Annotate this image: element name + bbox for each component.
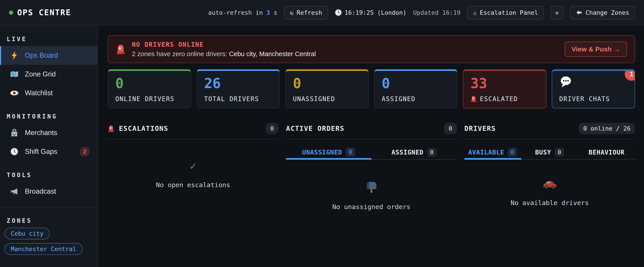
stat-card-unassigned[interactable]: 0 UNASSIGNED: [285, 69, 369, 108]
refresh-button[interactable]: ↻ Refresh: [284, 6, 328, 19]
clock-icon: [10, 148, 18, 156]
sidebar-item-broadcast[interactable]: Broadcast: [0, 182, 98, 201]
header-clock: 16:19:25 (London): [335, 9, 406, 16]
section-title: ACTIVE ORDERS: [286, 125, 344, 132]
alert-zone-names: Cebu city, Manchester Central: [229, 50, 316, 57]
driver-chats-badge: 1: [625, 69, 635, 81]
shift-gaps-badge: 2: [80, 146, 90, 157]
sidebar-item-label: Watchlist: [25, 89, 53, 97]
mailbox-icon: [286, 180, 456, 194]
siren-icon: [108, 125, 114, 133]
zone-pill-manchester-central[interactable]: Manchester Central: [4, 243, 83, 255]
section-label-live: LIVE: [7, 36, 98, 42]
clock-time: 16:19:25 (London): [344, 9, 406, 16]
tab-count: 0: [346, 148, 355, 157]
stat-label: UNASSIGNED: [293, 95, 361, 103]
drivers-empty-state: No available drivers: [464, 180, 635, 207]
checkmark-icon: ✓: [190, 160, 196, 172]
sidebar-item-ops-board[interactable]: Ops Board: [0, 46, 98, 65]
sidebar-item-label: Shift Gaps: [25, 148, 57, 156]
drivers-header: DRIVERS 0 online / 26: [464, 123, 635, 140]
stat-card-total-drivers[interactable]: 26 TOTAL DRIVERS: [196, 69, 280, 108]
stat-label: DRIVER CHATS: [559, 95, 628, 103]
stat-value: 0: [382, 75, 450, 91]
tab-assigned[interactable]: ASSIGNED 0: [372, 145, 457, 160]
brand: OPS CENTRE: [9, 8, 71, 17]
empty-state-text: No open escalations: [108, 181, 278, 189]
drivers-tabs: AVAILABLE 0 BUSY 0 BEHAVIOUR: [464, 145, 635, 160]
active-orders-header: ACTIVE ORDERS 0: [286, 123, 456, 140]
auto-refresh-seconds: 3: [266, 9, 270, 16]
tab-count: 0: [508, 148, 518, 157]
ops-centre-app: OPS CENTRE auto-refresh in 3 s ↻ Refresh…: [0, 0, 644, 267]
escalations-count-badge: 0: [266, 123, 278, 134]
lightning-icon: [10, 51, 18, 60]
updated-text: Updated 16:19: [413, 9, 460, 16]
online-status-dot: [9, 10, 13, 15]
stat-card-escalated[interactable]: 33 ESCALATED: [463, 69, 546, 108]
sidebar-item-merchants[interactable]: Merchants: [0, 123, 98, 142]
tab-count: 0: [555, 148, 564, 157]
section-title: ESCALATIONS: [119, 125, 168, 132]
tab-busy[interactable]: BUSY 0: [521, 145, 578, 160]
board-columns: ESCALATIONS 0 ✓ No open escalations ACTI…: [108, 123, 635, 211]
warning-icon: ⚠: [473, 9, 476, 16]
escalations-empty-state: ✓ No open escalations: [108, 160, 278, 189]
car-icon: [464, 180, 635, 190]
zone-pill-cebu-city[interactable]: Cebu city: [4, 228, 50, 240]
sidebar: LIVE Ops Board Zone Grid Watchlist MO: [0, 25, 98, 267]
asterisk-icon: ✳: [555, 9, 559, 16]
left-arrow-icon: [576, 9, 582, 16]
stat-card-online-drivers[interactable]: 0 ONLINE DRIVERS: [108, 69, 191, 108]
escalations-header: ESCALATIONS 0: [108, 123, 278, 140]
stat-card-driver-chats[interactable]: 1 DRIVER CHATS: [552, 69, 635, 108]
siren-icon: [470, 95, 477, 103]
stat-value: 26: [204, 75, 272, 91]
stat-value: 0: [115, 75, 184, 91]
stat-label: ONLINE DRIVERS: [115, 95, 184, 103]
sidebar-item-zone-grid[interactable]: Zone Grid: [0, 65, 98, 84]
sidebar-item-shift-gaps[interactable]: Shift Gaps 2: [0, 142, 98, 161]
change-zones-button[interactable]: Change Zones: [570, 6, 635, 19]
siren-icon: [116, 43, 126, 55]
top-header: OPS CENTRE auto-refresh in 3 s ↻ Refresh…: [0, 0, 644, 25]
stat-card-assigned[interactable]: 0 ASSIGNED: [374, 69, 458, 108]
speech-balloon-icon: [559, 75, 572, 88]
section-title: DRIVERS: [464, 125, 496, 132]
alert-title: NO DRIVERS ONLINE: [132, 41, 316, 48]
orders-count-badge: 0: [444, 123, 456, 134]
sidebar-item-watchlist[interactable]: Watchlist: [0, 84, 98, 102]
escalation-panel-button[interactable]: ⚠ Escalation Panel: [467, 6, 544, 19]
zones-block: ZONES Cebu city Manchester Central: [0, 208, 98, 259]
empty-state-text: No available drivers: [464, 199, 635, 207]
main-content: NO DRIVERS ONLINE 2 zones have zero onli…: [98, 25, 644, 267]
section-label-zones: ZONES: [7, 217, 93, 224]
orders-empty-state: No unassigned orders: [286, 180, 456, 211]
section-label-tools: TOOLS: [7, 172, 98, 178]
section-label-monitoring: MONITORING: [7, 113, 98, 120]
sidebar-item-label: Broadcast: [25, 187, 56, 196]
map-icon: [10, 71, 18, 78]
sidebar-item-label: Merchants: [25, 129, 57, 137]
tab-available[interactable]: AVAILABLE 0: [464, 145, 521, 160]
tab-behaviour[interactable]: BEHAVIOUR: [578, 145, 635, 160]
active-orders-section: ACTIVE ORDERS 0 UNASSIGNED 0 ASSIGNED 0: [286, 123, 456, 211]
view-and-push-button[interactable]: View & Push →: [565, 42, 627, 57]
stat-value: 33: [470, 75, 539, 91]
auto-refresh-status: auto-refresh in 3 s: [208, 9, 278, 16]
megaphone-icon: [10, 188, 18, 195]
tab-count: 0: [427, 148, 437, 157]
tab-unassigned[interactable]: UNASSIGNED 0: [286, 145, 371, 160]
eye-icon: [10, 90, 18, 96]
empty-state-text: No unassigned orders: [286, 203, 456, 211]
stat-label: ESCALATED: [470, 95, 539, 103]
sidebar-item-label: Zone Grid: [25, 70, 56, 78]
refresh-icon: ↻: [290, 9, 294, 16]
asterisk-button[interactable]: ✳: [550, 6, 563, 19]
clock-icon: [335, 9, 342, 16]
drivers-count-badge: 0 online / 26: [579, 123, 635, 134]
escalations-section: ESCALATIONS 0 ✓ No open escalations: [108, 123, 278, 211]
store-icon: [10, 129, 18, 137]
orders-tabs: UNASSIGNED 0 ASSIGNED 0: [286, 145, 456, 160]
stat-label: TOTAL DRIVERS: [204, 95, 272, 103]
